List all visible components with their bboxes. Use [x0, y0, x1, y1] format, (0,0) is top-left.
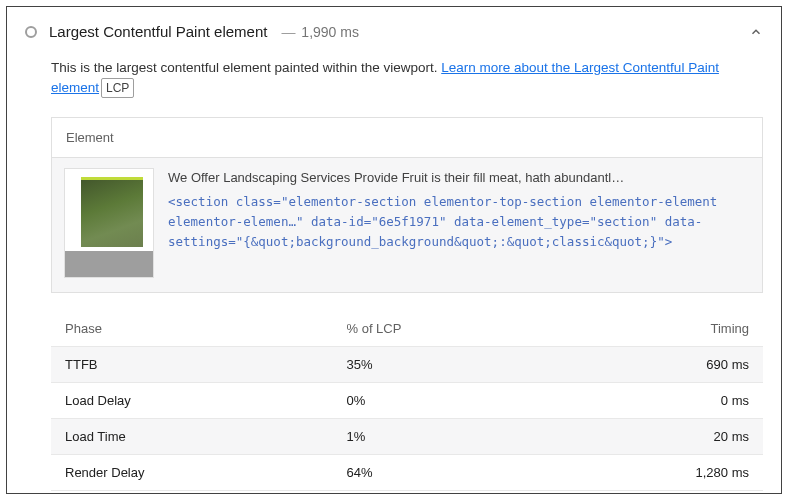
status-neutral-icon	[25, 26, 37, 38]
audit-body: This is the largest contentful element p…	[25, 40, 763, 491]
table-row: TTFB 35% 690 ms	[51, 346, 763, 382]
phase-cell: TTFB	[51, 346, 332, 382]
timing-cell: 690 ms	[550, 346, 763, 382]
chevron-up-icon[interactable]	[749, 25, 763, 39]
table-row: Load Delay 0% 0 ms	[51, 382, 763, 418]
element-thumbnail	[64, 168, 154, 278]
timing-cell: 1,280 ms	[550, 454, 763, 490]
dash-icon: —	[281, 24, 295, 40]
col-timing-header: Timing	[550, 311, 763, 347]
timing-cell: 20 ms	[550, 418, 763, 454]
audit-timing: — 1,990 ms	[279, 24, 358, 40]
table-row: Load Time 1% 20 ms	[51, 418, 763, 454]
element-panel: Element We Offer Landscaping Services Pr…	[51, 117, 763, 293]
description-text: This is the largest contentful element p…	[51, 60, 441, 75]
audit-description: This is the largest contentful element p…	[51, 58, 763, 99]
element-code-snippet: <section class="elementor-section elemen…	[168, 192, 750, 252]
pct-cell: 64%	[332, 454, 549, 490]
lcp-element-audit: Largest Contentful Paint element — 1,990…	[6, 6, 782, 494]
audit-timing-value: 1,990 ms	[301, 24, 359, 40]
element-text: We Offer Landscaping Services Provide Fr…	[168, 168, 750, 278]
phase-cell: Load Time	[51, 418, 332, 454]
audit-title: Largest Contentful Paint element	[49, 23, 267, 40]
col-phase-header: Phase	[51, 311, 332, 347]
lcp-tag: LCP	[101, 78, 134, 98]
phase-cell: Render Delay	[51, 454, 332, 490]
pct-cell: 1%	[332, 418, 549, 454]
table-header-row: Phase % of LCP Timing	[51, 311, 763, 347]
phase-cell: Load Delay	[51, 382, 332, 418]
element-row: We Offer Landscaping Services Provide Fr…	[52, 158, 762, 292]
timing-cell: 0 ms	[550, 382, 763, 418]
pct-cell: 35%	[332, 346, 549, 382]
pct-cell: 0%	[332, 382, 549, 418]
element-snippet-text: We Offer Landscaping Services Provide Fr…	[168, 168, 750, 189]
element-panel-heading: Element	[52, 118, 762, 158]
audit-header[interactable]: Largest Contentful Paint element — 1,990…	[25, 23, 763, 40]
table-row: Render Delay 64% 1,280 ms	[51, 454, 763, 490]
lcp-phase-table: Phase % of LCP Timing TTFB 35% 690 ms Lo…	[51, 311, 763, 491]
col-pct-header: % of LCP	[332, 311, 549, 347]
